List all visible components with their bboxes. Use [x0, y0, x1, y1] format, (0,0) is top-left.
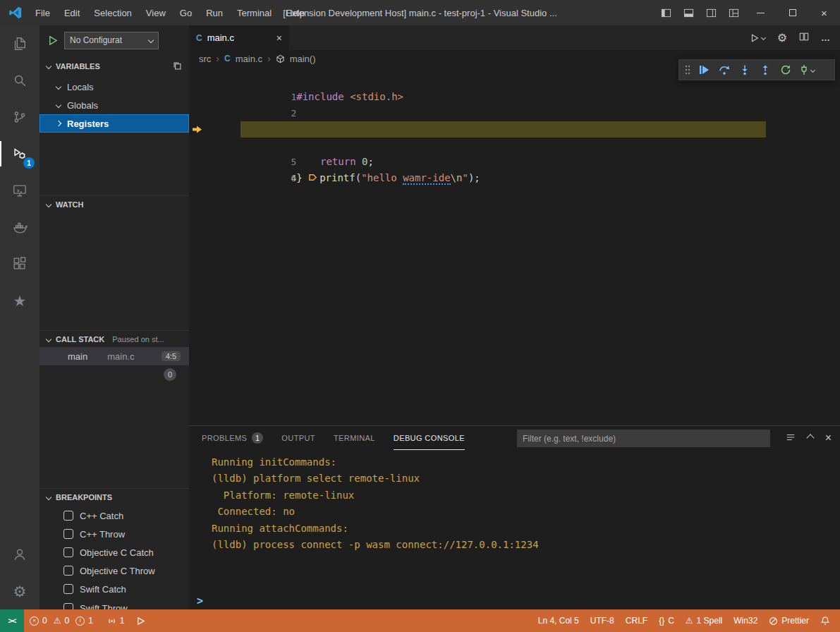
checkbox[interactable]: [63, 511, 73, 521]
spell-label: 1 Spell: [697, 616, 723, 626]
breakpoint-cpp-throw[interactable]: C++ Throw: [39, 525, 189, 543]
status-debug[interactable]: [130, 609, 151, 632]
split-editor-icon[interactable]: [799, 32, 809, 44]
code-editor[interactable]: 1#include <stdio.h> 2 3int main(){ 4 pri…: [189, 67, 840, 425]
variables-scope-registers[interactable]: Registers: [39, 114, 189, 133]
breadcrumb-symbol[interactable]: main(): [290, 54, 316, 64]
close-panel-icon[interactable]: ×: [825, 432, 832, 444]
status-eol[interactable]: CRLF: [620, 609, 653, 632]
watch-section-header[interactable]: WATCH: [39, 195, 189, 212]
tab-terminal[interactable]: TERMINAL: [334, 426, 375, 450]
checkbox[interactable]: [63, 547, 73, 557]
settings-button[interactable]: ⚙: [0, 573, 39, 609]
tab-main-c[interactable]: C main.c ×: [189, 25, 289, 50]
editor-settings-icon[interactable]: ⚙: [777, 31, 787, 44]
activity-docker[interactable]: [0, 209, 39, 245]
breadcrumb-src[interactable]: src: [199, 54, 211, 64]
breadcrumb-file[interactable]: main.c: [236, 54, 262, 64]
menu-selection[interactable]: Selection: [87, 0, 138, 25]
menu-go[interactable]: Go: [173, 0, 199, 25]
checkbox[interactable]: [63, 566, 73, 576]
activity-explorer[interactable]: [0, 25, 39, 62]
status-formatter[interactable]: Prettier: [763, 609, 815, 632]
ports-count: 1: [120, 616, 125, 626]
activity-run-debug[interactable]: 1: [0, 135, 39, 172]
breakpoint-label: Objective C Catch: [80, 547, 154, 558]
status-platform[interactable]: Win32: [728, 609, 763, 632]
step-over-button[interactable]: [714, 61, 734, 79]
menu-terminal[interactable]: Terminal: [230, 0, 279, 25]
step-into-button[interactable]: [735, 61, 755, 79]
customize-layout-icon[interactable]: [722, 0, 745, 25]
status-language-mode[interactable]: {}C: [653, 609, 680, 632]
toggle-panel-icon[interactable]: [677, 0, 700, 25]
variables-section-header[interactable]: VARIABLES: [39, 58, 189, 75]
tab-output[interactable]: OUTPUT: [281, 426, 315, 450]
maximize-panel-icon[interactable]: [806, 434, 814, 442]
remote-icon: ><: [8, 616, 16, 625]
menu-run[interactable]: Run: [199, 0, 230, 25]
remote-indicator[interactable]: ><: [0, 609, 24, 632]
toggle-sidebar-icon[interactable]: [655, 0, 677, 25]
tab-close-icon[interactable]: ×: [276, 32, 282, 44]
status-spell-checker[interactable]: ⚠1 Spell: [680, 609, 728, 632]
console-input-prompt[interactable]: >: [197, 595, 203, 607]
callstack-section-header[interactable]: CALL STACK Paused on st...: [39, 330, 189, 347]
menu-file[interactable]: File: [28, 0, 57, 25]
debug-toolbar: [678, 59, 835, 80]
more-actions-icon[interactable]: …: [821, 32, 830, 43]
checkbox[interactable]: [63, 529, 73, 539]
breakpoint-objc-catch[interactable]: Objective C Catch: [39, 543, 189, 561]
maximize-icon: [789, 9, 796, 16]
activity-source-control[interactable]: [0, 99, 39, 135]
toggle-secondary-sidebar-icon[interactable]: [700, 0, 722, 25]
activity-star-extension[interactable]: ★: [0, 282, 39, 319]
prettier-icon: [769, 616, 778, 626]
window-title: [Extension Development Host] main.c - te…: [283, 0, 556, 25]
status-notifications[interactable]: [815, 609, 836, 632]
ports-icon: [107, 616, 116, 626]
close-button[interactable]: ×: [808, 0, 840, 25]
status-line-col[interactable]: Ln 4, Col 5: [532, 609, 585, 632]
toolbar-grip-handle[interactable]: [682, 61, 693, 79]
disconnect-button[interactable]: [796, 61, 816, 79]
activity-search[interactable]: [0, 62, 39, 99]
restart-button[interactable]: [776, 61, 796, 79]
menu-view[interactable]: View: [139, 0, 173, 25]
tab-debug-console[interactable]: DEBUG CONSOLE: [394, 426, 465, 450]
clear-console-icon[interactable]: [786, 432, 796, 444]
copy-value-icon[interactable]: [173, 61, 182, 72]
maximize-button[interactable]: [777, 0, 808, 25]
callstack-frame-row[interactable]: main main.c 4:5: [39, 347, 189, 365]
breakpoint-swift-catch[interactable]: Swift Catch: [39, 580, 189, 598]
tab-problems[interactable]: PROBLEMS 1: [202, 426, 263, 450]
menu-edit[interactable]: Edit: [57, 0, 87, 25]
inline-breakpoint-icon[interactable]: [308, 171, 317, 187]
minimize-icon: [757, 13, 765, 13]
minimize-button[interactable]: [745, 0, 777, 25]
run-file-button[interactable]: [750, 33, 765, 43]
debug-config-dropdown[interactable]: No Configurat: [64, 32, 159, 49]
line-col-label: Ln 4, Col 5: [538, 616, 579, 626]
status-diagnostics[interactable]: ×0 ⚠0 i1: [24, 609, 102, 632]
encoding-label: UTF-8: [590, 616, 614, 626]
activity-remote-explorer[interactable]: [0, 172, 39, 209]
variables-scope-locals[interactable]: Locals: [39, 78, 189, 96]
breakpoint-cpp-catch[interactable]: C++ Catch: [39, 506, 189, 525]
status-ports[interactable]: 1: [102, 609, 130, 632]
status-encoding[interactable]: UTF-8: [585, 609, 620, 632]
accounts-button[interactable]: [0, 536, 39, 573]
start-debug-icon[interactable]: [48, 35, 59, 46]
breakpoints-section-header[interactable]: BREAKPOINTS: [39, 488, 189, 505]
window-controls: ×: [655, 0, 840, 25]
activity-extensions[interactable]: [0, 245, 39, 282]
checkbox[interactable]: [63, 603, 73, 609]
breakpoint-objc-throw[interactable]: Objective C Throw: [39, 561, 189, 580]
console-filter-input[interactable]: [517, 430, 770, 447]
step-out-button[interactable]: [755, 61, 775, 79]
continue-button[interactable]: [694, 61, 714, 79]
variables-scope-globals[interactable]: Globals: [39, 96, 189, 114]
breakpoint-swift-throw[interactable]: Swift Throw: [39, 599, 189, 609]
checkbox[interactable]: [63, 584, 73, 594]
debug-console-output[interactable]: Running initCommands: (lldb) platform se…: [189, 454, 840, 597]
